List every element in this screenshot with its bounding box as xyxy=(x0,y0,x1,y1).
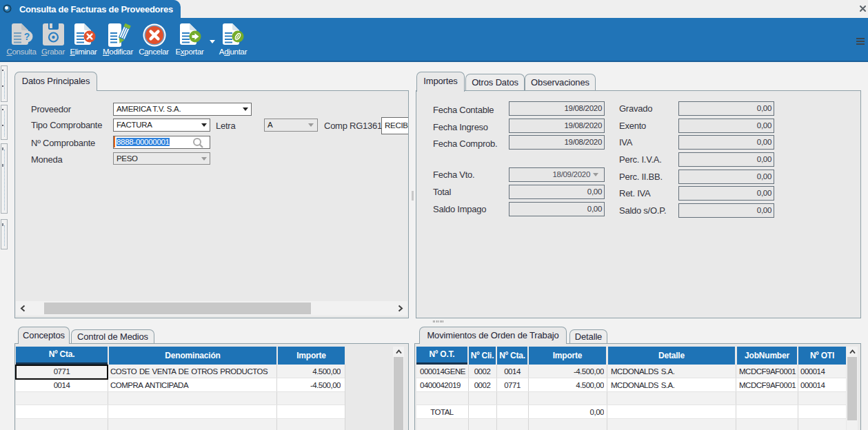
svg-text:?: ? xyxy=(24,31,30,42)
